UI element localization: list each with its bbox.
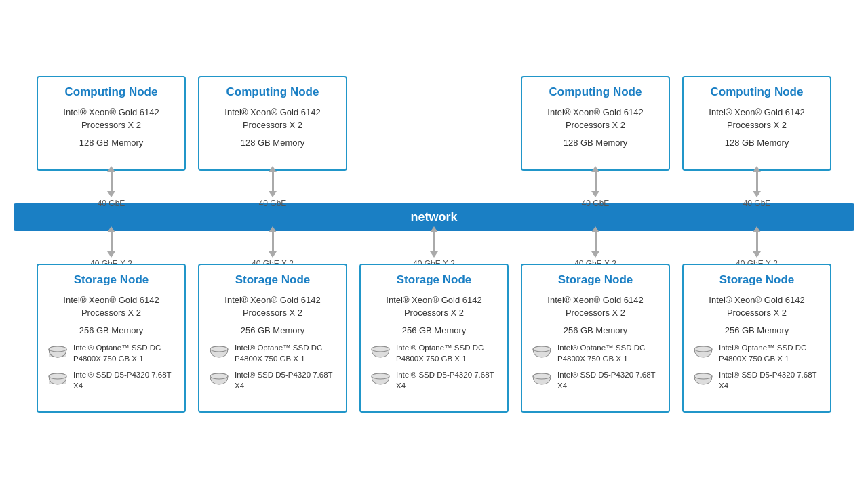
storage-node-3-ssd1: Intel® Optane™ SSD DC P4800X 750 GB X 1 — [370, 342, 498, 364]
computing-node-3-processor: Intel® Xeon® Gold 6142 Processors X 2 — [532, 106, 659, 132]
computing-arrow-1-label: 40 GbE — [98, 199, 125, 208]
computing-node-4-title: Computing Node — [693, 85, 821, 99]
storage-node-1: Storage Node Intel® Xeon® Gold 6142 Proc… — [37, 264, 186, 413]
storage-node-1-ssd2: Intel® SSD D5-P4320 7.68T X4 — [47, 369, 175, 391]
computing-node-1-memory: 128 GB Memory — [47, 136, 175, 150]
computing-node-2-memory: 128 GB Memory — [209, 136, 336, 150]
storage-node-1-memory: 256 GB Memory — [47, 324, 175, 338]
computing-arrow-3-label: 40 GbE — [582, 199, 610, 208]
ssd-icon-5a — [693, 346, 713, 361]
ssd-icon-5b — [693, 373, 713, 388]
computing-node-4-processor: Intel® Xeon® Gold 6142 Processors X 2 — [693, 106, 821, 132]
storage-arrows-row: 40 GbE X 2 40 GbE X 2 40 GbE X 2 — [14, 231, 854, 264]
svg-point-9 — [210, 373, 228, 379]
storage-node-2-ssd1: Intel® Optane™ SSD DC P4800X 750 GB X 1 — [209, 342, 336, 364]
computing-node-2: Computing Node Intel® Xeon® Gold 6142 Pr… — [198, 76, 347, 171]
svg-point-15 — [533, 346, 551, 352]
storage-node-5: Storage Node Intel® Xeon® Gold 6142 Proc… — [682, 264, 831, 413]
storage-node-5-processor: Intel® Xeon® Gold 6142 Processors X 2 — [693, 293, 821, 320]
storage-node-4-processor: Intel® Xeon® Gold 6142 Processors X 2 — [532, 293, 659, 320]
svg-point-17 — [533, 373, 551, 379]
storage-double-arrow-icon-1 — [107, 226, 115, 258]
storage-node-2-title: Storage Node — [209, 273, 336, 287]
storage-double-arrow-icon-3 — [430, 226, 438, 258]
network-label: network — [410, 210, 457, 224]
storage-node-2-ssd2: Intel® SSD D5-P4320 7.68T X4 — [209, 369, 336, 391]
computing-node-1-processor: Intel® Xeon® Gold 6142 Processors X 2 — [47, 106, 175, 132]
storage-node-1-ssd2-label: Intel® SSD D5-P4320 7.68T X4 — [73, 369, 175, 391]
computing-arrow-2: 40 GbE — [198, 166, 347, 208]
storage-arrow-1: 40 GbE X 2 — [37, 226, 186, 268]
ssd-icon-4a — [532, 346, 552, 361]
svg-point-5 — [49, 373, 66, 379]
storage-node-3-processor: Intel® Xeon® Gold 6142 Processors X 2 — [370, 293, 498, 320]
computing-node-3-memory: 128 GB Memory — [532, 136, 659, 150]
computing-arrow-4: 40 GbE — [682, 166, 831, 208]
storage-node-4: Storage Node Intel® Xeon® Gold 6142 Proc… — [521, 264, 670, 413]
double-arrow-icon-3 — [591, 166, 599, 197]
storage-node-3: Storage Node Intel® Xeon® Gold 6142 Proc… — [359, 264, 509, 413]
storage-double-arrow-icon-2 — [269, 226, 277, 258]
computing-node-1-title: Computing Node — [47, 85, 175, 99]
computing-node-4-memory: 128 GB Memory — [693, 136, 821, 150]
svg-point-11 — [372, 346, 389, 352]
computing-arrows-row: 40 GbE 40 GbE 40 GbE — [14, 171, 854, 203]
storage-node-4-memory: 256 GB Memory — [532, 324, 659, 338]
computing-arrow-4-label: 40 GbE — [743, 199, 771, 208]
storage-node-5-ssd1: Intel® Optane™ SSD DC P4800X 750 GB X 1 — [693, 342, 821, 364]
computing-node-1: Computing Node Intel® Xeon® Gold 6142 Pr… — [37, 76, 186, 171]
storage-node-2-processor: Intel® Xeon® Gold 6142 Processors X 2 — [209, 293, 336, 320]
storage-node-3-memory: 256 GB Memory — [370, 324, 498, 338]
double-arrow-icon-2 — [269, 166, 277, 197]
storage-node-2-memory: 256 GB Memory — [209, 324, 336, 338]
computing-nodes-row: Computing Node Intel® Xeon® Gold 6142 Pr… — [14, 76, 854, 171]
storage-double-arrow-icon-4 — [591, 226, 599, 258]
storage-node-4-ssd2-label: Intel® SSD D5-P4320 7.68T X4 — [557, 369, 659, 391]
storage-node-5-ssd2-label: Intel® SSD D5-P4320 7.68T X4 — [719, 369, 821, 391]
ssd-icon-3a — [370, 346, 391, 361]
storage-arrow-5: 40 GbE X 2 — [682, 226, 831, 268]
storage-node-1-processor: Intel® Xeon® Gold 6142 Processors X 2 — [47, 293, 175, 320]
storage-arrow-4: 40 GbE X 2 — [521, 226, 670, 268]
storage-node-1-ssd1-label: Intel® Optane™ SSD DC P4800X 750 GB X 1 — [73, 342, 175, 364]
storage-node-4-ssd1: Intel® Optane™ SSD DC P4800X 750 GB X 1 — [532, 342, 659, 364]
computing-node-3-title: Computing Node — [532, 85, 659, 99]
storage-node-5-title: Storage Node — [693, 273, 821, 287]
storage-node-2: Storage Node Intel® Xeon® Gold 6142 Proc… — [198, 264, 347, 413]
computing-arrow-3: 40 GbE — [521, 166, 670, 208]
ssd-icon-1a — [47, 346, 68, 361]
storage-node-2-ssd1-label: Intel® Optane™ SSD DC P4800X 750 GB X 1 — [235, 342, 336, 364]
computing-node-2-title: Computing Node — [209, 85, 336, 99]
storage-node-5-ssd1-label: Intel® Optane™ SSD DC P4800X 750 GB X 1 — [719, 342, 821, 364]
storage-double-arrow-icon-5 — [753, 226, 761, 258]
storage-node-4-ssd2: Intel® SSD D5-P4320 7.68T X4 — [532, 369, 659, 391]
svg-point-2 — [49, 346, 66, 352]
storage-node-4-ssd1-label: Intel® Optane™ SSD DC P4800X 750 GB X 1 — [557, 342, 659, 364]
storage-node-4-title: Storage Node — [532, 273, 659, 287]
storage-node-2-ssd2-label: Intel® SSD D5-P4320 7.68T X4 — [235, 369, 336, 391]
svg-point-19 — [694, 346, 712, 352]
storage-node-3-ssd2: Intel® SSD D5-P4320 7.68T X4 — [370, 369, 498, 391]
double-arrow-icon-1 — [107, 166, 115, 197]
storage-node-5-ssd2: Intel® SSD D5-P4320 7.68T X4 — [693, 369, 821, 391]
storage-node-1-ssd1: Intel® Optane™ SSD DC P4800X 750 GB X 1 — [47, 342, 175, 364]
storage-arrow-3: 40 GbE X 2 — [359, 226, 509, 268]
storage-node-3-title: Storage Node — [370, 273, 498, 287]
svg-point-13 — [372, 373, 389, 379]
storage-arrow-2: 40 GbE X 2 — [198, 226, 347, 268]
storage-node-3-ssd2-label: Intel® SSD D5-P4320 7.68T X4 — [396, 369, 498, 391]
architecture-diagram: Computing Node Intel® Xeon® Gold 6142 Pr… — [14, 69, 854, 420]
ssd-icon-3b — [370, 373, 391, 388]
computing-arrow-1: 40 GbE — [37, 166, 186, 208]
ssd-icon-1b — [47, 373, 68, 388]
svg-point-7 — [210, 346, 228, 352]
storage-node-5-memory: 256 GB Memory — [693, 324, 821, 338]
ssd-icon-2b — [209, 373, 229, 388]
computing-arrow-2-label: 40 GbE — [259, 199, 287, 208]
ssd-icon-4b — [532, 373, 552, 388]
storage-nodes-row: Storage Node Intel® Xeon® Gold 6142 Proc… — [14, 264, 854, 413]
double-arrow-icon-4 — [753, 166, 761, 197]
computing-node-3: Computing Node Intel® Xeon® Gold 6142 Pr… — [521, 76, 670, 171]
svg-point-21 — [694, 373, 712, 379]
storage-node-3-ssd1-label: Intel® Optane™ SSD DC P4800X 750 GB X 1 — [396, 342, 498, 364]
